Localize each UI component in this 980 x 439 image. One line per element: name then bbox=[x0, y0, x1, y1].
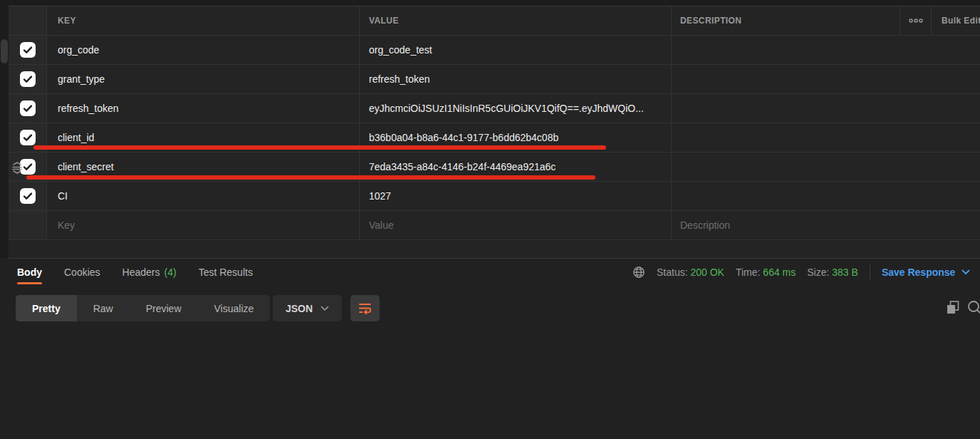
wrap-text-button[interactable] bbox=[350, 295, 380, 321]
tab-cookies[interactable]: Cookies bbox=[64, 258, 100, 286]
time-item: Time: 664 ms bbox=[736, 267, 796, 278]
check-icon bbox=[22, 73, 33, 85]
description-field[interactable] bbox=[672, 94, 980, 123]
value-field[interactable]: eyJhcmciOiJSUzI1NiIsInR5cGUiOiJKV1QifQ==… bbox=[360, 94, 672, 123]
check-icon bbox=[22, 103, 33, 114]
key-field[interactable]: grant_type bbox=[47, 65, 360, 93]
table-row-refresh-token: refresh_token eyJhcmciOiJSUzI1NiIsInR5cG… bbox=[9, 94, 980, 123]
row-checkbox[interactable] bbox=[20, 100, 36, 116]
column-header-key: KEY bbox=[47, 6, 360, 35]
row-checkbox[interactable] bbox=[20, 71, 36, 87]
header-checkbox-spacer bbox=[9, 6, 47, 35]
save-response-button[interactable]: Save Response bbox=[882, 267, 971, 278]
value-placeholder-field[interactable]: Value bbox=[360, 211, 672, 239]
row-checkbox-cell bbox=[9, 211, 47, 239]
meta-divider bbox=[870, 265, 870, 279]
headers-count-badge: (4) bbox=[165, 267, 177, 278]
tab-body[interactable]: Body bbox=[17, 258, 42, 286]
format-select-value: JSON bbox=[286, 303, 313, 314]
description-placeholder-field[interactable]: Description bbox=[672, 211, 980, 239]
table-row-ci: CI 1027 bbox=[9, 182, 980, 211]
status-value: 200 OK bbox=[690, 267, 724, 278]
key-field[interactable]: org_code bbox=[47, 36, 360, 64]
postman-request-screen: KEY VALUE DESCRIPTION Bulk Edit org_code… bbox=[0, 0, 980, 439]
description-field[interactable] bbox=[672, 65, 980, 93]
check-icon bbox=[22, 190, 33, 202]
bulk-edit-button[interactable]: Bulk Edit bbox=[932, 6, 980, 35]
format-select[interactable]: JSON bbox=[273, 295, 342, 321]
view-preview[interactable]: Preview bbox=[130, 295, 198, 321]
globe-icon bbox=[632, 266, 645, 279]
table-row-new-entry: Key Value Description bbox=[9, 211, 980, 240]
view-switcher: Pretty Raw Preview Visualize bbox=[16, 295, 270, 321]
left-gutter bbox=[0, 6, 9, 258]
status-item: Status: 200 OK bbox=[657, 267, 724, 278]
copy-button[interactable] bbox=[946, 300, 960, 316]
value-field[interactable]: org_code_test bbox=[360, 36, 672, 64]
view-raw[interactable]: Raw bbox=[77, 295, 130, 321]
response-body-code: 1 2 3 4 { "access_token": "ewogICJhcmciI… bbox=[0, 326, 980, 439]
description-field[interactable] bbox=[672, 123, 980, 152]
check-icon bbox=[22, 44, 33, 56]
row-checkbox[interactable] bbox=[20, 42, 36, 58]
value-field[interactable]: refresh_token bbox=[360, 65, 672, 93]
annotation-underline-client-id bbox=[33, 145, 606, 150]
row-checkbox[interactable] bbox=[20, 188, 36, 204]
annotation-underline-client-secret bbox=[26, 175, 595, 180]
row-checkbox[interactable] bbox=[20, 130, 36, 145]
row-checkbox-cell bbox=[9, 65, 47, 93]
copy-icon bbox=[946, 300, 960, 316]
size-item: Size: 383 B bbox=[807, 267, 858, 278]
scrollbar-thumb[interactable] bbox=[1, 39, 8, 63]
key-placeholder-field[interactable]: Key bbox=[47, 211, 360, 239]
description-field[interactable] bbox=[672, 153, 980, 181]
search-button[interactable] bbox=[967, 300, 980, 316]
chevron-down-icon bbox=[320, 306, 329, 311]
table-footer-band bbox=[9, 242, 980, 259]
response-tabs: Body Cookies Headers (4) Test Results bbox=[17, 258, 253, 286]
drag-handle-icon[interactable] bbox=[10, 161, 24, 175]
response-meta-bar: Status: 200 OK Time: 664 ms Size: 383 B … bbox=[632, 258, 970, 286]
search-icon bbox=[967, 300, 980, 316]
check-icon bbox=[22, 132, 33, 143]
column-header-value: VALUE bbox=[360, 6, 672, 35]
view-pretty[interactable]: Pretty bbox=[16, 295, 77, 321]
table-row-org-code: org_code org_code_test bbox=[9, 36, 980, 65]
description-field[interactable] bbox=[672, 182, 980, 210]
column-header-description: DESCRIPTION bbox=[672, 6, 900, 35]
value-field[interactable]: 1027 bbox=[360, 182, 672, 210]
key-field[interactable]: refresh_token bbox=[47, 94, 360, 123]
table-header-row: KEY VALUE DESCRIPTION Bulk Edit bbox=[9, 6, 980, 36]
top-edge-strip bbox=[0, 0, 980, 6]
row-checkbox-cell bbox=[9, 36, 47, 64]
time-value: 664 ms bbox=[763, 267, 796, 278]
column-options-button[interactable] bbox=[900, 6, 932, 35]
key-value-table: KEY VALUE DESCRIPTION Bulk Edit org_code… bbox=[9, 6, 980, 240]
chevron-down-icon bbox=[961, 269, 970, 275]
size-value: 383 B bbox=[832, 267, 858, 278]
key-field[interactable]: CI bbox=[47, 182, 360, 210]
table-row-grant-type: grant_type refresh_token bbox=[9, 65, 980, 94]
row-checkbox-cell bbox=[9, 182, 47, 210]
tab-test-results[interactable]: Test Results bbox=[199, 258, 253, 286]
wrap-text-icon bbox=[358, 302, 372, 314]
description-field[interactable] bbox=[672, 36, 980, 64]
view-visualize[interactable]: Visualize bbox=[198, 295, 271, 321]
more-options-icon bbox=[909, 19, 923, 23]
row-checkbox-cell bbox=[9, 94, 47, 123]
tab-headers[interactable]: Headers (4) bbox=[123, 258, 177, 286]
